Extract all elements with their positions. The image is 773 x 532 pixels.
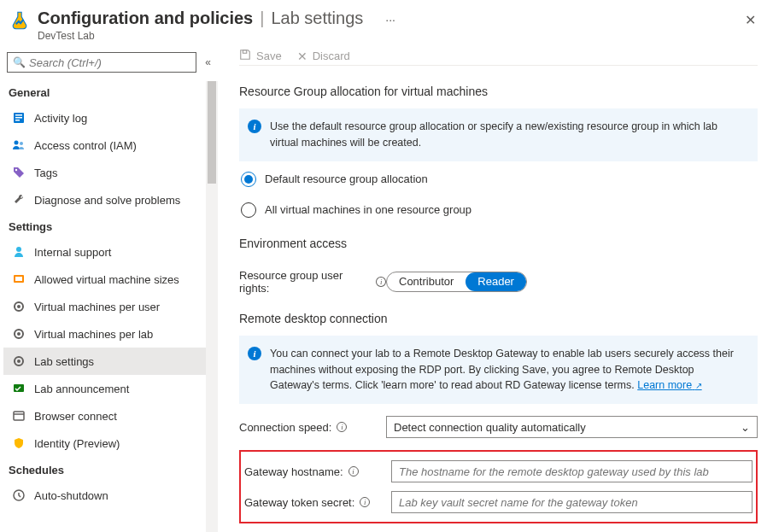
wrench-icon (12, 193, 26, 207)
svg-point-6 (15, 169, 17, 171)
info-hint-icon[interactable]: i (360, 497, 370, 507)
sidebar-item-label: Lab settings (34, 355, 94, 368)
radio-default-rg[interactable]: Default resource group allocation (241, 172, 758, 187)
clock-icon (12, 488, 26, 502)
rdp-info-text: You can connect your lab to a Remote Des… (270, 346, 746, 394)
sidebar-nav: General Activity log Access control (IAM… (0, 79, 218, 509)
sidebar-item-label: Activity log (34, 112, 87, 125)
svg-point-4 (15, 141, 19, 145)
rg-info-text: Use the default resource group allocatio… (270, 119, 746, 151)
page-title-sub: Lab settings (271, 9, 363, 28)
person-icon (12, 245, 26, 259)
sidebar-item-access-control[interactable]: Access control (IAM) (3, 132, 206, 159)
discard-label: Discard (313, 50, 350, 62)
flask-icon (9, 10, 31, 32)
sidebar-item-vm-per-lab[interactable]: Virtual machines per lab (3, 320, 206, 348)
sidebar-item-internal-support[interactable]: Internal support (3, 238, 206, 266)
sidebar-item-vm-per-user[interactable]: Virtual machines per user (3, 293, 206, 320)
log-icon (12, 111, 26, 125)
sidebar-item-diagnose[interactable]: Diagnose and solve problems (3, 186, 206, 213)
nav-group-schedules: Schedules (3, 457, 206, 482)
sidebar-item-label: Allowed virtual machine sizes (34, 273, 179, 286)
radio-label: Default resource group allocation (265, 172, 428, 185)
browser-icon (12, 409, 26, 423)
sidebar-item-lab-announcement[interactable]: Lab announcement (3, 375, 206, 402)
info-icon: i (248, 347, 261, 360)
iam-icon (12, 138, 26, 152)
search-input[interactable] (29, 56, 190, 69)
sidebar-item-lab-settings[interactable]: Lab settings (3, 348, 206, 375)
sidebar-item-auto-shutdown[interactable]: Auto-shutdown (3, 482, 206, 509)
learn-more-link[interactable]: Learn more ↗ (637, 379, 701, 391)
chevron-down-icon: ⌄ (741, 421, 750, 434)
sidebar-item-identity[interactable]: Identity (Preview) (3, 430, 206, 457)
sidebar-item-label: Diagnose and solve problems (34, 194, 180, 207)
svg-rect-3 (15, 120, 20, 121)
svg-point-7 (16, 247, 21, 252)
identity-icon (12, 436, 26, 450)
content-pane: Save ✕ Discard Resource Group allocation… (219, 47, 773, 532)
title-separator: | (260, 9, 264, 28)
discard-button[interactable]: ✕ Discard (297, 50, 350, 63)
info-hint-icon[interactable]: i (376, 277, 386, 287)
svg-point-11 (17, 305, 20, 308)
rights-toggle[interactable]: Contributor Reader (386, 272, 527, 292)
sidebar-item-label: Identity (Preview) (34, 437, 120, 450)
close-icon[interactable]: ✕ (741, 9, 759, 32)
gw-token-input[interactable] (391, 491, 753, 513)
rights-reader[interactable]: Reader (466, 272, 526, 291)
svg-rect-17 (14, 412, 24, 420)
announcement-icon (12, 382, 26, 395)
search-icon: 🔍 (13, 56, 26, 68)
save-label: Save (256, 50, 282, 62)
radio-one-rg[interactable]: All virtual machines in one resource gro… (241, 202, 758, 218)
sidebar: 🔍 « General Activity log Access control … (0, 47, 219, 532)
toolbar: Save ✕ Discard (239, 47, 758, 66)
nav-group-settings: Settings (3, 213, 206, 238)
sidebar-item-label: Virtual machines per user (34, 301, 160, 313)
sidebar-item-label: Internal support (34, 246, 111, 259)
svg-point-13 (17, 332, 20, 336)
tag-icon (12, 166, 26, 179)
gw-token-label: Gateway token secret: i (244, 496, 391, 509)
sidebar-scrollbar[interactable] (206, 81, 218, 532)
gw-host-label: Gateway hostname: i (244, 465, 391, 478)
env-rights-label: Resource group user rights: i (239, 269, 386, 295)
info-hint-icon[interactable]: i (337, 422, 347, 432)
scrollbar-thumb[interactable] (208, 81, 216, 184)
section-rdp-title: Remote desktop connection (239, 312, 758, 325)
conn-speed-dropdown[interactable]: Detect connection quality automatically … (386, 416, 758, 438)
sidebar-item-tags[interactable]: Tags (3, 159, 206, 186)
save-icon (239, 49, 251, 63)
sidebar-item-activity-log[interactable]: Activity log (3, 104, 206, 132)
gw-host-input[interactable] (391, 460, 753, 482)
rights-contributor[interactable]: Contributor (387, 272, 466, 291)
svg-rect-2 (15, 117, 22, 119)
gear-icon (12, 300, 26, 313)
external-link-icon: ↗ (695, 381, 702, 390)
svg-point-5 (20, 142, 23, 145)
sidebar-item-browser-connect[interactable]: Browser connect (3, 402, 206, 430)
dropdown-value: Detect connection quality automatically (394, 421, 586, 434)
sidebar-item-label: Tags (34, 167, 57, 179)
section-rg-title: Resource Group allocation for virtual ma… (239, 85, 758, 98)
save-button[interactable]: Save (239, 49, 282, 63)
info-hint-icon[interactable]: i (348, 466, 359, 476)
gear-icon (12, 327, 26, 341)
svg-point-15 (17, 360, 20, 363)
sidebar-item-label: Browser connect (34, 410, 117, 423)
more-dots-icon[interactable]: ··· (385, 13, 395, 26)
search-input-wrap[interactable]: 🔍 (7, 52, 196, 73)
breadcrumb: DevTest Lab (38, 30, 741, 42)
nav-group-general: General (3, 79, 206, 104)
sidebar-item-label: Virtual machines per lab (34, 328, 153, 341)
section-env-title: Environment access (239, 237, 758, 250)
radio-icon (241, 172, 256, 187)
collapse-sidebar-icon[interactable]: « (205, 56, 211, 68)
discard-icon: ✕ (297, 50, 307, 63)
rg-info-box: i Use the default resource group allocat… (239, 108, 758, 161)
radio-label: All virtual machines in one resource gro… (265, 203, 471, 216)
sidebar-item-vm-sizes[interactable]: Allowed virtual machine sizes (3, 266, 206, 293)
gateway-highlight-box: Gateway hostname: i Gateway token secret… (239, 450, 758, 523)
sidebar-item-label: Access control (IAM) (34, 139, 137, 152)
